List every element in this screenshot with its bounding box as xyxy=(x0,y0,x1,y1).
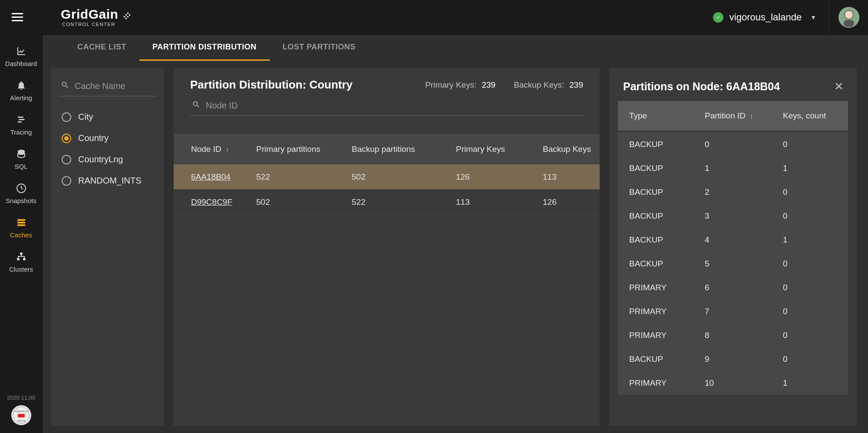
tab-lost-partitions[interactable]: LOST PARTITIONS xyxy=(270,35,369,61)
cell-primary-partitions: 502 xyxy=(256,197,352,207)
cell-type: PRIMARY xyxy=(618,283,705,292)
cell-partition-id: 10 xyxy=(705,378,783,388)
cache-radio-countrylng[interactable]: CountryLng xyxy=(62,154,154,164)
cell-partition-id: 0 xyxy=(705,140,783,149)
svg-rect-18 xyxy=(20,253,23,255)
svg-rect-15 xyxy=(17,219,25,221)
node-search-input[interactable] xyxy=(206,101,581,111)
cell-keys-count: 0 xyxy=(783,211,848,221)
cell-type: BACKUP xyxy=(618,164,705,173)
primary-keys-label: Primary Keys: xyxy=(425,80,476,90)
trace-icon xyxy=(14,114,28,126)
svg-rect-11 xyxy=(19,119,24,120)
tab-partition-distribution[interactable]: PARTITION DISTRIBUTION xyxy=(139,35,270,61)
cache-radio-list: City Country CountryLng RANDOM_INTS xyxy=(59,104,156,194)
chevron-down-icon: ▼ xyxy=(810,14,816,21)
col-backup-keys[interactable]: Backup Keys xyxy=(543,144,600,154)
sidebar-item-snapshots[interactable]: Snapshots xyxy=(0,176,42,210)
sidebar-item-label: Alerting xyxy=(10,94,32,102)
partition-table-header: Type Partition ID ↑ Keys, count xyxy=(618,101,848,131)
cache-search[interactable] xyxy=(59,78,156,96)
cache-search-input[interactable] xyxy=(75,81,185,91)
cluster-selector[interactable]: vigorous_lalande ▼ xyxy=(701,0,829,35)
sidebar-item-clusters[interactable]: Clusters xyxy=(0,245,42,279)
cell-type: PRIMARY xyxy=(618,378,705,388)
key-counts: Primary Keys: 239 Backup Keys: 239 xyxy=(425,80,583,90)
cache-radio-city[interactable]: City xyxy=(62,112,154,122)
backup-keys-label: Backup Keys: xyxy=(514,80,564,90)
chart-icon xyxy=(14,45,28,57)
node-id-link[interactable]: 6AA18B04 xyxy=(191,172,231,182)
partition-table-row[interactable]: BACKUP 5 0 xyxy=(618,252,848,276)
node-table-row[interactable]: D99C8C9F 502 522 113 126 xyxy=(174,190,600,215)
cell-keys-count: 1 xyxy=(783,235,848,245)
node-id-link[interactable]: D99C8C9F xyxy=(191,197,232,207)
partition-table-row[interactable]: BACKUP 3 0 xyxy=(618,204,848,228)
partition-table-row[interactable]: BACKUP 1 1 xyxy=(618,156,848,180)
partition-table-row[interactable]: PRIMARY 6 0 xyxy=(618,276,848,299)
cell-keys-count: 0 xyxy=(783,354,848,364)
cell-type: BACKUP xyxy=(618,235,705,245)
partition-table-row[interactable]: PRIMARY 8 0 xyxy=(618,323,848,347)
avatar[interactable] xyxy=(838,7,859,28)
sidebar-item-alerting[interactable]: Alerting xyxy=(0,73,42,108)
stack-icon xyxy=(14,216,28,229)
col-keys-count[interactable]: Keys, count xyxy=(783,111,848,121)
cell-primary-keys: 126 xyxy=(456,172,543,182)
cell-primary-partitions: 522 xyxy=(256,172,352,182)
node-table-row[interactable]: 6AA18B04 522 502 126 113 xyxy=(174,164,600,190)
cell-keys-count: 0 xyxy=(783,307,848,316)
sidebar-item-dashboard[interactable]: Dashboard xyxy=(0,39,42,73)
cell-backup-keys: 126 xyxy=(543,197,600,207)
svg-rect-5 xyxy=(125,18,127,19)
cache-radio-label: City xyxy=(78,112,93,122)
cluster-name: vigorous_lalande xyxy=(729,12,802,23)
search-icon xyxy=(192,100,201,111)
partition-table-row[interactable]: BACKUP 0 0 xyxy=(618,132,848,156)
cache-radio-random_ints[interactable]: RANDOM_INTS xyxy=(62,176,154,186)
partition-table-row[interactable]: BACKUP 9 0 xyxy=(618,347,848,371)
cell-type: BACKUP xyxy=(618,259,705,269)
detail-title: Partitions on Node: 6AA18B04 xyxy=(623,80,780,93)
partition-table-row[interactable]: PRIMARY 7 0 xyxy=(618,299,848,323)
sidebar-item-sql[interactable]: SQL xyxy=(0,142,42,176)
primary-keys-value: 239 xyxy=(482,80,495,90)
radio-icon xyxy=(62,134,71,143)
col-type[interactable]: Type xyxy=(618,111,705,121)
cell-partition-id: 3 xyxy=(705,211,783,221)
partition-table-row[interactable]: BACKUP 4 1 xyxy=(618,228,848,252)
cell-partition-id: 6 xyxy=(705,283,783,292)
col-node-id[interactable]: Node ID ↑ xyxy=(174,144,256,154)
sidebar-item-label: Dashboard xyxy=(5,60,37,67)
node-search[interactable] xyxy=(190,98,583,116)
cell-keys-count: 0 xyxy=(783,331,848,340)
col-primary-partitions[interactable]: Primary partitions xyxy=(256,144,352,154)
partition-table-row[interactable]: PRIMARY 10 1 xyxy=(618,371,848,395)
radio-icon xyxy=(62,176,71,186)
cell-keys-count: 1 xyxy=(783,378,848,388)
close-button[interactable]: ✕ xyxy=(831,78,847,95)
search-icon xyxy=(61,81,69,92)
brand-main: GridGain xyxy=(61,7,118,21)
sort-asc-icon: ↑ xyxy=(226,146,229,153)
col-backup-partitions[interactable]: Backup partitions xyxy=(352,144,456,154)
cache-radio-country[interactable]: Country xyxy=(62,133,154,143)
cell-partition-id: 2 xyxy=(705,187,783,197)
powered-by-badge: POWERED BYAPACHE xyxy=(11,405,31,425)
partition-detail-panel: Partitions on Node: 6AA18B04 ✕ Type Part… xyxy=(609,68,857,426)
sidebar-item-tracing[interactable]: Tracing xyxy=(0,108,42,142)
clock-icon xyxy=(14,182,28,194)
svg-rect-0 xyxy=(124,16,125,17)
topbar: GridGain CONTROL CENTER vigorous_lalande… xyxy=(0,0,868,35)
tab-cache-list[interactable]: CACHE LIST xyxy=(64,35,139,61)
cache-radio-label: CountryLng xyxy=(78,154,123,164)
svg-rect-3 xyxy=(127,16,129,17)
svg-rect-2 xyxy=(127,13,129,14)
col-partition-id[interactable]: Partition ID ↑ xyxy=(705,111,783,121)
menu-toggle-button[interactable] xyxy=(9,9,26,26)
node-table: Node ID ↑ Primary partitions Backup part… xyxy=(174,134,600,215)
sidebar-item-label: Caches xyxy=(10,231,32,239)
partition-table-row[interactable]: BACKUP 2 0 xyxy=(618,180,848,204)
col-primary-keys[interactable]: Primary Keys xyxy=(456,144,543,154)
sidebar-item-caches[interactable]: Caches xyxy=(0,210,42,245)
